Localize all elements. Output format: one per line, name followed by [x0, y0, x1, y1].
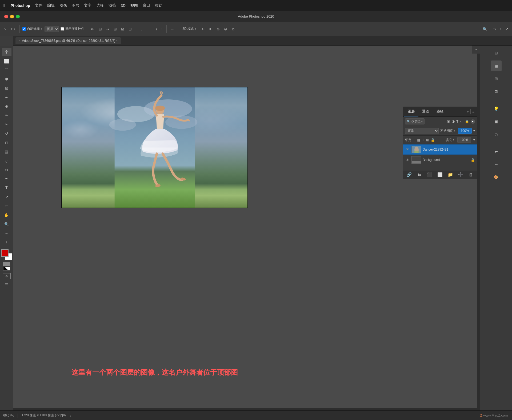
lock-artboard-icon[interactable]: ⊞ [426, 138, 429, 142]
swap-colors-icon[interactable] [3, 267, 10, 270]
quick-mask-button[interactable]: ⊙ [3, 273, 11, 279]
magic-wand-tool[interactable]: ✱ [2, 75, 11, 83]
distribute-icon-3[interactable]: ⁞ [155, 26, 158, 32]
layout-dropdown[interactable]: ▾ [500, 27, 501, 30]
distribute-icon-4[interactable]: ⁝ [160, 26, 164, 32]
3d-rotate-icon[interactable]: ↻ [200, 26, 206, 32]
layer-style-icon[interactable]: fx [415, 173, 424, 177]
fill-dropdown-icon[interactable]: ▾ [473, 138, 475, 142]
more-options-button[interactable]: ··· [169, 27, 175, 31]
minimize-button[interactable] [10, 15, 14, 18]
blur-tool[interactable]: ◌ [2, 156, 11, 165]
path-select-tool[interactable]: ↗ [2, 193, 11, 201]
healing-tool[interactable]: ⊕ [2, 102, 11, 111]
screen-mode-button[interactable]: ▭ [5, 281, 9, 286]
3d-pan-icon[interactable]: ✈ [208, 26, 214, 32]
layer-tools-button[interactable]: ↕ [2, 238, 11, 247]
menu-layer[interactable]: 图层 [72, 3, 79, 8]
dodge-tool[interactable]: ⊙ [2, 165, 11, 174]
filter-smart-icon[interactable]: 🔒 [465, 119, 469, 124]
distribute-icon-1[interactable]: ⋮ [139, 26, 145, 32]
align-middle-icon[interactable]: ⊠ [120, 26, 126, 32]
filter-text-icon[interactable]: T [456, 119, 458, 124]
circle-icon[interactable]: ◌ [491, 129, 502, 140]
lasso-tool[interactable]: ⌒ [2, 66, 11, 74]
adjustments-icon[interactable]: ⊡ [491, 86, 502, 97]
pen-tool[interactable]: ✒ [2, 175, 11, 183]
layout-button[interactable]: ▭ [491, 26, 497, 32]
align-bottom-icon[interactable]: ⊡ [127, 26, 133, 32]
menu-3d[interactable]: 3D [121, 3, 126, 8]
color-panel-icon[interactable]: 🎨 [491, 172, 502, 183]
light-bulb-icon[interactable]: 💡 [491, 103, 502, 114]
tab-paths[interactable]: 路径 [433, 107, 447, 116]
menu-image[interactable]: 图像 [59, 3, 67, 8]
shape-tool[interactable]: ▭ [2, 202, 11, 210]
horizontal-scrollbar[interactable] [13, 408, 480, 410]
menu-edit[interactable]: 编辑 [47, 3, 55, 8]
lock-pixels-icon[interactable]: ▦ [417, 138, 420, 142]
align-right-icon[interactable]: ⇥ [105, 26, 111, 32]
canvas-area[interactable]: 这里有一个两个图层的图像，这名户外舞者位于顶部图 [13, 46, 480, 410]
align-left-icon[interactable]: ⇤ [90, 26, 96, 32]
text-tool[interactable]: T [2, 184, 11, 192]
add-mask-icon[interactable]: ⬛ [426, 172, 434, 177]
move-tool-button[interactable]: ✛ ▾ [9, 27, 17, 31]
layer-row-background[interactable]: 👁 Background 🔒 [403, 155, 477, 165]
menu-file[interactable]: 文件 [35, 3, 42, 8]
clone-stamp-tool[interactable]: ✂ [2, 120, 11, 129]
distribute-icon-2[interactable]: ⋯ [147, 26, 153, 32]
link-layers-icon[interactable]: 🔗 [405, 172, 413, 177]
menu-select[interactable]: 选择 [96, 3, 104, 8]
filter-pixel-icon[interactable]: ▣ [447, 119, 450, 124]
expand-icon[interactable]: ⇌ [491, 146, 502, 157]
history-brush-tool[interactable]: ↺ [2, 129, 11, 138]
filter-toggle-icon[interactable]: ● [471, 119, 475, 124]
layer-row-dancer[interactable]: 👁 Dancer-22892431 [403, 144, 477, 155]
marquee-tool[interactable]: ⬜ [2, 57, 11, 65]
tab-channels[interactable]: 通道 [418, 107, 433, 116]
share-button[interactable]: ↗ [504, 26, 510, 32]
layers-icon[interactable]: ▦ [491, 60, 502, 71]
filter-search-button[interactable]: 🔍 Q 类型 ▾ [405, 118, 425, 124]
search-button[interactable]: 🔍 [481, 26, 489, 32]
align-top-icon[interactable]: ⊞ [112, 26, 118, 32]
brush-tool[interactable]: ✏ [2, 111, 11, 120]
status-more-icon[interactable]: › [70, 413, 71, 418]
menu-filter[interactable]: 滤镜 [109, 3, 116, 8]
apple-icon[interactable]:  [3, 3, 5, 8]
maximize-button[interactable] [16, 15, 20, 18]
expand-panel-icon[interactable]: » [465, 109, 470, 115]
hand-tool[interactable]: ✋ [2, 211, 11, 219]
menu-view[interactable]: 视图 [130, 3, 138, 8]
home-button[interactable]: ⌂ [2, 27, 7, 31]
vertical-scrollbar[interactable] [477, 46, 480, 408]
blend-mode-select[interactable]: 正常 [405, 128, 439, 134]
layer-select[interactable]: 图层 [45, 26, 59, 32]
opacity-input[interactable]: 100% [458, 128, 472, 134]
menu-text[interactable]: 文字 [84, 3, 91, 8]
tab-close-icon[interactable]: × [19, 39, 20, 42]
tab-layers[interactable]: 图层 [404, 107, 418, 116]
default-colors-icon[interactable] [3, 262, 10, 266]
menu-photoshop[interactable]: Photoshop [11, 3, 30, 8]
dancer-visibility-icon[interactable]: 👁 [405, 147, 410, 152]
eyedropper-tool[interactable]: ✒ [2, 93, 11, 102]
3d-orbit-icon[interactable]: ⊕ [215, 26, 221, 32]
opacity-dropdown-icon[interactable]: ▾ [473, 129, 475, 133]
show-transform-input[interactable] [61, 27, 64, 31]
gradient-tool[interactable]: ▦ [2, 147, 11, 156]
filter-adjustment-icon[interactable]: ◑ [452, 119, 455, 124]
document-tab[interactable]: × AdobeStock_78360685.psd @ 66.7% (Dance… [15, 37, 121, 44]
properties-icon[interactable]: ⊟ [491, 48, 502, 58]
new-group-icon[interactable]: 📁 [446, 172, 454, 177]
extra-tools-button[interactable]: ··· [2, 229, 11, 237]
lock-position-icon[interactable]: ✛ [422, 138, 425, 142]
3d-camera-icon[interactable]: ⊘ [230, 26, 236, 32]
move-tool[interactable]: ✛ [2, 48, 11, 56]
lock-all-icon[interactable]: 🔒 [431, 138, 435, 142]
fill-input[interactable]: 100% [457, 137, 471, 143]
panel-menu-icon[interactable]: ≡ [471, 108, 476, 115]
brush-panel-icon[interactable]: ✏ [491, 159, 502, 170]
eraser-tool[interactable]: ◻ [2, 138, 11, 147]
